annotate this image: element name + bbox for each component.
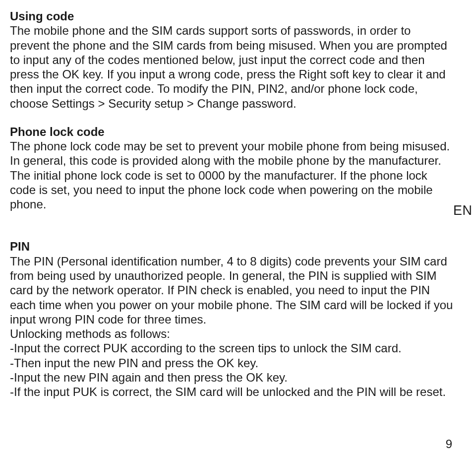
language-tab: EN <box>453 202 475 222</box>
unlocking-intro: Unlocking methods as follows: <box>10 326 453 341</box>
heading-pin: PIN <box>10 239 453 254</box>
paragraph-phone-lock-code: The phone lock code may be set to preven… <box>10 139 453 211</box>
paragraph-pin: The PIN (Personal identification number,… <box>10 254 453 326</box>
heading-phone-lock-code: Phone lock code <box>10 125 453 139</box>
unlocking-step-1: -Input the correct PUK according to the … <box>10 341 453 355</box>
page-number: 9 <box>446 437 452 451</box>
unlocking-step-2: -Then input the new PIN and press the OK… <box>10 356 453 370</box>
paragraph-using-code: The mobile phone and the SIM cards suppo… <box>10 23 453 111</box>
unlocking-step-3: -Input the new PIN again and then press … <box>10 370 453 385</box>
unlocking-step-4: -If the input PUK is correct, the SIM ca… <box>10 385 453 399</box>
heading-using-code: Using code <box>10 9 453 23</box>
page-content: Using code The mobile phone and the SIM … <box>10 9 453 399</box>
